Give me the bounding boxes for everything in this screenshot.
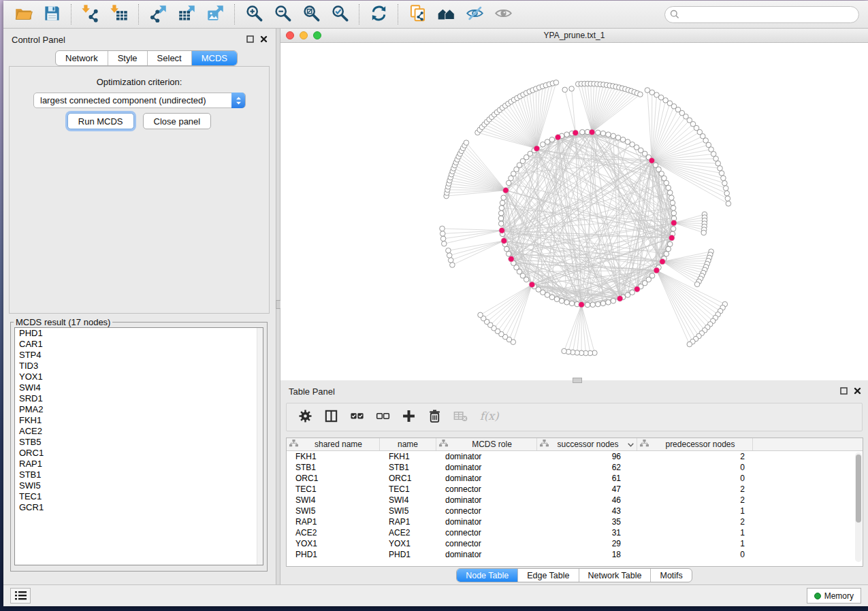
import-network-button[interactable]	[76, 3, 105, 26]
mcds-result-item[interactable]: TEC1	[15, 491, 263, 502]
mcds-result-item[interactable]: GCR1	[15, 502, 263, 513]
zoom-out-button[interactable]	[268, 3, 297, 26]
column-header-predecessor-nodes[interactable]: predecessor nodes	[637, 438, 753, 450]
table-row[interactable]: TEC1TEC1connector472	[287, 484, 863, 495]
network-node[interactable]	[554, 297, 560, 302]
mcds-result-item[interactable]: SWI5	[15, 480, 263, 491]
network-node[interactable]	[666, 246, 671, 252]
show-all-button[interactable]	[489, 3, 517, 26]
network-node[interactable]	[638, 92, 643, 97]
table-row[interactable]: YOX1YOX1connector291	[287, 538, 863, 549]
deselect-all-button[interactable]	[375, 408, 391, 426]
network-node[interactable]	[662, 176, 667, 181]
network-hub-node[interactable]	[660, 259, 666, 265]
network-node[interactable]	[562, 348, 567, 354]
network-node[interactable]	[606, 132, 611, 137]
tab-network-table[interactable]: Network Table	[579, 569, 652, 582]
mcds-result-item[interactable]: FKH1	[15, 415, 263, 426]
tab-node-table[interactable]: Node Table	[457, 569, 518, 582]
table-row[interactable]: STB1STB1dominator620	[287, 462, 863, 473]
control-panel-close-button[interactable]	[260, 35, 268, 43]
save-session-button[interactable]	[37, 3, 66, 26]
network-node[interactable]	[501, 195, 507, 201]
table-row[interactable]: ORC1ORC1dominator610	[287, 473, 863, 484]
network-hub-node[interactable]	[503, 187, 509, 193]
network-node[interactable]	[562, 87, 568, 93]
network-node[interactable]	[545, 139, 550, 145]
search-input[interactable]	[664, 6, 859, 23]
columns-button[interactable]	[323, 408, 339, 426]
table-row[interactable]: SWI4SWI4dominator462	[287, 495, 863, 506]
zoom-selected-button[interactable]	[325, 3, 354, 26]
criterion-dropdown[interactable]: largest connected component (undirected)	[33, 93, 246, 108]
table-row[interactable]: ACE2ACE2connector311	[287, 527, 863, 538]
column-header-successor-nodes[interactable]: successor nodes	[537, 438, 637, 450]
import-table-button[interactable]	[105, 3, 133, 26]
network-node[interactable]	[719, 171, 724, 176]
network-hub-node[interactable]	[617, 296, 623, 302]
network-hub-node[interactable]	[669, 235, 675, 241]
mcds-result-item[interactable]: PMA2	[15, 404, 263, 415]
network-node[interactable]	[701, 230, 707, 235]
column-header-name[interactable]: name	[380, 438, 436, 450]
network-node[interactable]	[666, 185, 671, 191]
network-node[interactable]	[498, 211, 504, 216]
network-node[interactable]	[500, 200, 505, 205]
network-node[interactable]	[620, 137, 626, 142]
export-image-button[interactable]	[201, 3, 229, 26]
network-node[interactable]	[724, 191, 730, 196]
table-row[interactable]: FKH1FKH1dominator962	[287, 451, 863, 462]
column-header-shared-name[interactable]: shared name	[287, 438, 380, 450]
network-node[interactable]	[725, 196, 730, 201]
close-panel-button[interactable]: Close panel	[143, 113, 212, 129]
network-node[interactable]	[499, 205, 504, 211]
control-panel-float-button[interactable]	[246, 35, 254, 43]
network-hub-node[interactable]	[573, 130, 579, 136]
network-node[interactable]	[664, 251, 669, 257]
network-node[interactable]	[564, 300, 570, 306]
network-node[interactable]	[504, 246, 510, 252]
network-node[interactable]	[606, 300, 611, 306]
mcds-result-item[interactable]: STB5	[15, 437, 263, 448]
zoom-in-button[interactable]	[240, 3, 268, 26]
network-hub-node[interactable]	[634, 286, 641, 293]
network-node[interactable]	[440, 226, 445, 231]
network-node[interactable]	[498, 216, 504, 221]
tab-motifs[interactable]: Motifs	[651, 569, 691, 582]
network-node[interactable]	[506, 180, 511, 186]
network-node[interactable]	[569, 86, 575, 92]
vertical-split-divider[interactable]	[276, 29, 280, 584]
network-hub-node[interactable]	[654, 267, 660, 274]
network-node[interactable]	[478, 312, 483, 318]
mcds-result-item[interactable]: ACE2	[15, 426, 263, 437]
mcds-result-item[interactable]: CAR1	[15, 339, 263, 350]
network-node[interactable]	[671, 227, 676, 232]
table-row[interactable]: RAP1RAP1dominator352	[287, 516, 863, 527]
mcds-result-item[interactable]: SRD1	[15, 393, 263, 404]
network-hub-node[interactable]	[579, 301, 585, 308]
network-node[interactable]	[564, 132, 570, 137]
network-node[interactable]	[671, 205, 676, 211]
network-node[interactable]	[726, 201, 731, 207]
network-node[interactable]	[580, 129, 585, 135]
network-node[interactable]	[553, 80, 559, 86]
export-network-button[interactable]	[144, 3, 172, 26]
network-node[interactable]	[446, 248, 451, 253]
network-node[interactable]	[667, 242, 673, 247]
zoom-fit-button[interactable]	[297, 3, 325, 26]
network-node[interactable]	[450, 263, 455, 268]
network-hub-node[interactable]	[555, 134, 561, 140]
memory-button[interactable]: Memory	[807, 588, 861, 604]
network-node[interactable]	[596, 130, 601, 135]
network-hub-node[interactable]	[649, 158, 655, 164]
network-node[interactable]	[722, 180, 728, 186]
table-row[interactable]: SWI5SWI5connector431	[287, 506, 863, 516]
network-node[interactable]	[447, 253, 452, 259]
hide-selected-button[interactable]	[460, 3, 489, 26]
open-file-button[interactable]	[9, 3, 37, 26]
mcds-result-item[interactable]: TID3	[15, 361, 263, 371]
mcds-result-item[interactable]: STP4	[15, 350, 263, 361]
network-hub-node[interactable]	[499, 227, 505, 233]
network-node[interactable]	[440, 231, 445, 237]
table-panel-float-button[interactable]	[840, 387, 848, 395]
